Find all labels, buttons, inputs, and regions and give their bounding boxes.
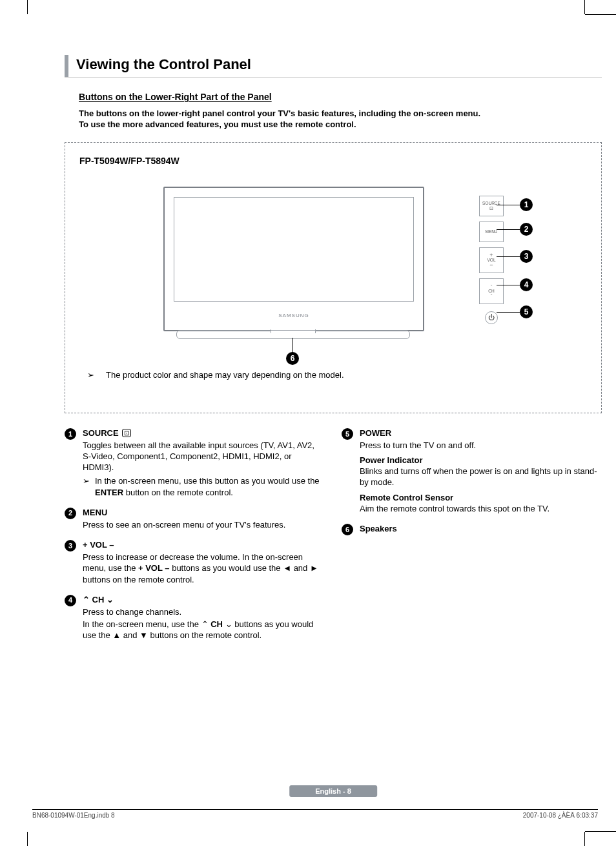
intro-line-2: To use the more advanced features, you m… (79, 119, 356, 129)
callout-6: 6 (286, 352, 299, 365)
doc-file: BN68-01094W-01Eng.indb 8 (32, 812, 115, 819)
item-note: In the on-screen menu, use this button a… (95, 475, 325, 497)
item-badge-num: 2 (68, 508, 72, 518)
intro-text: The buttons on the lower-right panel con… (79, 108, 582, 130)
item-title: Speakers (360, 524, 397, 533)
sub-body: Aim the remote control towards this spot… (360, 504, 549, 513)
sub-title: Remote Control Sensor (360, 493, 453, 502)
page-title: Viewing the Control Panel (76, 55, 251, 77)
callout-line (497, 229, 520, 230)
item-badge: 4 (65, 595, 76, 606)
item-badge: 3 (65, 540, 76, 552)
chevron-down-icon: ⌄ (107, 595, 114, 604)
note-part-b: button on the remote control. (123, 488, 233, 497)
item-ch: 4 ⌃ CH ⌄ Press to change channels. In th… (65, 594, 325, 641)
item-source: 1 SOURCE ⊡ Toggles between all the avail… (65, 428, 325, 498)
callout-4: 4 (520, 278, 533, 291)
item-power: 5 POWER Press to turn the TV on and off.… (342, 428, 602, 514)
intro-line-1: The buttons on the lower-right panel con… (79, 108, 480, 118)
doc-timestamp: 2007-10-08 ¿ÀÈÄ 6:03:37 (523, 812, 598, 819)
item-badge-num: 3 (68, 541, 72, 551)
chevron-down-icon: ⌄ (225, 619, 232, 629)
callout-5: 5 (520, 305, 533, 318)
right-column: 5 POWER Press to turn the TV on and off.… (342, 428, 602, 650)
crop-mark (585, 14, 616, 15)
item-title: + VOL – (83, 540, 114, 550)
page-number-pill: English - 8 (289, 785, 377, 797)
callout-line (497, 256, 520, 257)
minus-icon: − (489, 262, 493, 268)
callout-3-num: 3 (524, 252, 529, 261)
tv-button-panel: SOURCE ⊡ MENU + VOL − ˆ CH ˇ (480, 196, 503, 326)
model-name: FP-T5094W/FP-T5894W (79, 156, 587, 166)
chevron-up-icon: ⌃ (83, 595, 90, 604)
tv-diagram: SAMSUNG SOURCE ⊡ MENU + VOL (79, 170, 587, 364)
callout-1-num: 1 (524, 200, 529, 209)
callout-6-num: 6 (291, 354, 295, 363)
item-badge-num: 4 (68, 595, 72, 605)
item-badge: 5 (342, 428, 353, 440)
item-title: MENU (83, 508, 107, 517)
item-title: POWER (360, 428, 391, 438)
enter-icon: ⊡ (489, 206, 493, 211)
section-subhead: Buttons on the Lower-Right Part of the P… (79, 92, 602, 102)
callout-5-num: 5 (524, 307, 529, 316)
crop-mark (584, 832, 585, 846)
note-arrow-icon (87, 370, 99, 380)
item-badge-num: 6 (345, 525, 349, 535)
tv-outline: SAMSUNG (163, 187, 424, 331)
item-badge-num: 5 (345, 429, 349, 439)
callout-4-num: 4 (524, 280, 529, 289)
panel-vol: + VOL − (479, 247, 504, 273)
sub-body: Blinks and turns off when the power is o… (360, 466, 597, 487)
item-body-bc: In the on-screen menu, use the ⌃ CH ⌄ bu… (83, 619, 325, 641)
item-title: ⌃ CH ⌄ (83, 595, 114, 604)
item-badge: 1 (65, 428, 76, 440)
item-speakers: 6 Speakers (342, 523, 602, 535)
note-arrow-icon: ➢ (83, 475, 90, 497)
callout-1: 1 (520, 198, 533, 211)
item-title: SOURCE (83, 428, 119, 438)
tv-stand (176, 330, 410, 339)
item-body: Press to increase or decrease the volume… (83, 552, 325, 584)
item-body: Toggles between all the available input … (83, 440, 325, 473)
crop-mark (27, 0, 28, 14)
crop-mark (27, 832, 28, 846)
callout-line (497, 285, 520, 285)
panel-ch: ˆ CH ˇ (479, 278, 504, 304)
chevron-up-icon: ⌃ (201, 619, 209, 629)
callout-2: 2 (520, 223, 533, 236)
left-column: 1 SOURCE ⊡ Toggles between all the avail… (65, 428, 325, 650)
body-bold: + VOL – (138, 563, 170, 573)
item-badge: 2 (65, 508, 76, 519)
callout-line (497, 205, 520, 205)
diagram-box: FP-T5094W/FP-T5894W SAMSUNG SOURCE ⊡ M (65, 142, 602, 413)
body-bold: CH (210, 619, 223, 629)
note-enter-bold: ENTER (95, 488, 123, 497)
enter-icon: ⊡ (122, 429, 131, 437)
callout-3: 3 (520, 250, 533, 263)
tv-screen (174, 197, 414, 302)
panel-menu-label: MENU (485, 230, 497, 234)
item-vol: 3 + VOL – Press to increase or decrease … (65, 539, 325, 585)
item-badge: 6 (342, 524, 353, 535)
callout-2-num: 2 (524, 225, 529, 234)
crop-mark (584, 0, 585, 14)
diagram-note-text: The product color and shape may vary dep… (106, 370, 344, 380)
title-mid: CH (90, 595, 107, 604)
sub-title: Power Indicator (360, 455, 423, 465)
item-menu: 2 MENU Press to see an on-screen menu of… (65, 507, 325, 530)
body-b: In the on-screen menu, use the (83, 619, 201, 629)
callout-line (497, 312, 520, 313)
panel-source: SOURCE ⊡ (479, 196, 504, 216)
chevron-down-icon: ˇ (491, 293, 493, 298)
tv-brand-label: SAMSUNG (278, 313, 309, 318)
item-body: Press to see an on-screen menu of your T… (83, 519, 325, 530)
item-body: Press to turn the TV on and off. (360, 440, 602, 451)
heading-accent (65, 55, 68, 77)
diagram-note: The product color and shape may vary dep… (79, 370, 587, 380)
note-part-a: In the on-screen menu, use this button a… (95, 476, 320, 486)
callout-line (293, 338, 293, 353)
item-body-a: Press to change channels. (83, 606, 325, 617)
panel-menu: MENU (479, 222, 504, 242)
